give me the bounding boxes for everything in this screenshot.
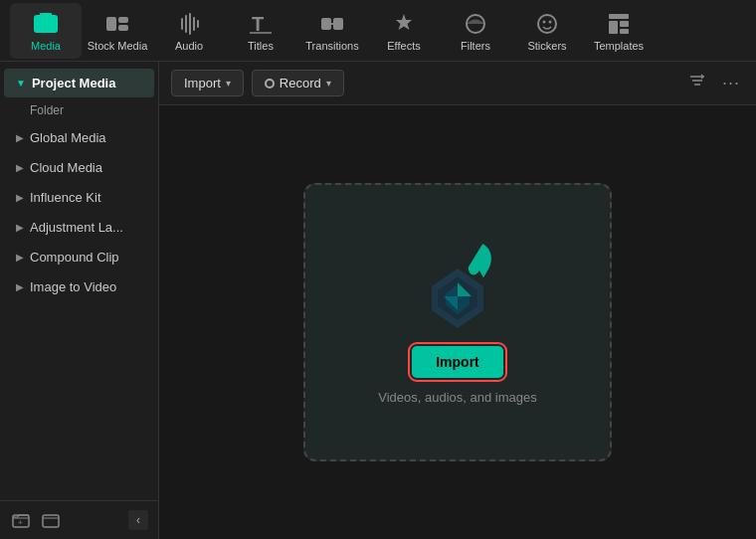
svg-rect-21: [43, 515, 59, 527]
import-chevron-icon: ▾: [226, 78, 231, 89]
sidebar-item-adjustment-layer[interactable]: ▶ Adjustment La...: [4, 213, 154, 242]
sidebar-item-cloud-media[interactable]: ▶ Cloud Media: [4, 153, 154, 182]
global-media-arrow: ▶: [16, 132, 24, 143]
svg-point-2: [43, 21, 49, 27]
sidebar-footer: + ‹: [0, 500, 158, 539]
svg-marker-10: [396, 14, 412, 30]
svg-rect-17: [620, 21, 629, 27]
stock-media-icon: [103, 10, 131, 38]
stickers-label: Stickers: [527, 40, 566, 52]
import-label: Import: [184, 76, 221, 90]
svg-rect-8: [321, 18, 331, 30]
svg-text:+: +: [18, 518, 23, 527]
record-dot-icon: [265, 79, 275, 89]
sidebar-folder[interactable]: Folder: [0, 98, 158, 122]
toolbar-item-effects[interactable]: Effects: [368, 3, 440, 59]
sidebar-item-influence-kit[interactable]: ▶ Influence Kit: [4, 183, 154, 212]
delete-folder-icon[interactable]: [40, 509, 62, 531]
effects-label: Effects: [387, 40, 420, 52]
svg-point-12: [538, 15, 556, 33]
svg-rect-4: [118, 17, 128, 23]
main-layout: ▼ Project Media Folder ▶ Global Media ▶ …: [0, 62, 756, 539]
import-main-label: Import: [436, 354, 479, 370]
transitions-label: Transitions: [305, 40, 358, 52]
drop-area[interactable]: Import Videos, audios, and images: [303, 183, 612, 461]
toolbar-item-titles[interactable]: T Titles: [225, 3, 296, 59]
filter-sort-icon[interactable]: [684, 71, 710, 95]
sidebar-item-compound-clip[interactable]: ▶ Compound Clip: [4, 243, 154, 271]
image-to-video-label: Image to Video: [30, 279, 116, 294]
content-toolbar: Import ▾ Record ▾ ···: [159, 62, 756, 105]
drop-hint-text: Videos, audios, and images: [378, 390, 536, 405]
import-dropdown-button[interactable]: Import ▾: [171, 70, 244, 96]
more-options-icon[interactable]: ···: [718, 71, 744, 95]
compound-clip-label: Compound Clip: [30, 250, 119, 265]
record-chevron-icon: ▾: [326, 78, 331, 89]
compound-clip-arrow: ▶: [16, 252, 24, 263]
titles-label: Titles: [248, 40, 274, 52]
svg-rect-9: [333, 18, 343, 30]
media-icon: [32, 10, 60, 38]
filmora-logo-icon: [426, 267, 489, 330]
record-label: Record: [280, 76, 321, 90]
toolbar-item-templates[interactable]: Templates: [583, 3, 655, 59]
filters-label: Filters: [461, 40, 490, 52]
sidebar-item-image-to-video[interactable]: ▶ Image to Video: [4, 272, 154, 301]
main-toolbar: Media Stock Media Audio T Titles: [0, 0, 756, 62]
influence-kit-label: Influence Kit: [30, 190, 101, 205]
effects-icon: [390, 10, 418, 38]
sidebar-item-global-media[interactable]: ▶ Global Media: [4, 123, 154, 152]
project-media-label: Project Media: [32, 76, 116, 90]
content-area: Import ▾ Record ▾ ···: [159, 62, 756, 539]
import-main-button[interactable]: Import: [412, 346, 503, 378]
project-media-arrow: ▼: [16, 78, 26, 89]
new-folder-icon[interactable]: +: [10, 509, 32, 531]
global-media-label: Global Media: [30, 130, 106, 145]
toolbar-item-media[interactable]: Media: [10, 3, 82, 59]
toolbar-item-audio[interactable]: Audio: [153, 3, 225, 59]
cloud-media-label: Cloud Media: [30, 160, 102, 175]
image-to-video-arrow: ▶: [16, 281, 24, 292]
adjustment-layer-label: Adjustment La...: [30, 220, 123, 235]
svg-point-14: [549, 20, 552, 23]
svg-rect-3: [106, 17, 116, 31]
svg-rect-5: [118, 25, 128, 31]
sidebar-item-project-media[interactable]: ▼ Project Media: [4, 69, 154, 97]
adjustment-layer-arrow: ▶: [16, 222, 24, 233]
audio-icon: [175, 10, 203, 38]
collapse-sidebar-button[interactable]: ‹: [128, 510, 148, 530]
drop-icon-wrap: [408, 241, 507, 330]
svg-rect-1: [40, 13, 52, 17]
toolbar-item-stock-media[interactable]: Stock Media: [82, 3, 153, 59]
svg-point-13: [543, 20, 546, 23]
record-dropdown-button[interactable]: Record ▾: [252, 70, 344, 96]
audio-label: Audio: [175, 40, 203, 52]
sidebar-content: ▼ Project Media Folder ▶ Global Media ▶ …: [0, 62, 158, 500]
svg-rect-16: [609, 21, 618, 34]
filters-icon: [462, 10, 489, 38]
templates-label: Templates: [594, 40, 644, 52]
transitions-icon: [318, 10, 346, 38]
sidebar: ▼ Project Media Folder ▶ Global Media ▶ …: [0, 62, 159, 539]
media-label: Media: [31, 40, 61, 52]
toolbar-right-actions: ···: [684, 71, 744, 95]
svg-text:T: T: [252, 13, 264, 35]
stickers-icon: [533, 10, 561, 38]
influence-kit-arrow: ▶: [16, 192, 24, 203]
toolbar-item-stickers[interactable]: Stickers: [511, 3, 583, 59]
folder-label: Folder: [30, 103, 64, 117]
templates-icon: [605, 10, 633, 38]
svg-rect-18: [620, 29, 629, 34]
titles-icon: T: [247, 10, 275, 38]
toolbar-item-filters[interactable]: Filters: [440, 3, 511, 59]
cloud-media-arrow: ▶: [16, 162, 24, 173]
toolbar-item-transitions[interactable]: Transitions: [296, 3, 368, 59]
drop-area-container: Import Videos, audios, and images: [159, 105, 756, 539]
stock-media-label: Stock Media: [88, 40, 148, 52]
svg-rect-15: [609, 14, 629, 19]
